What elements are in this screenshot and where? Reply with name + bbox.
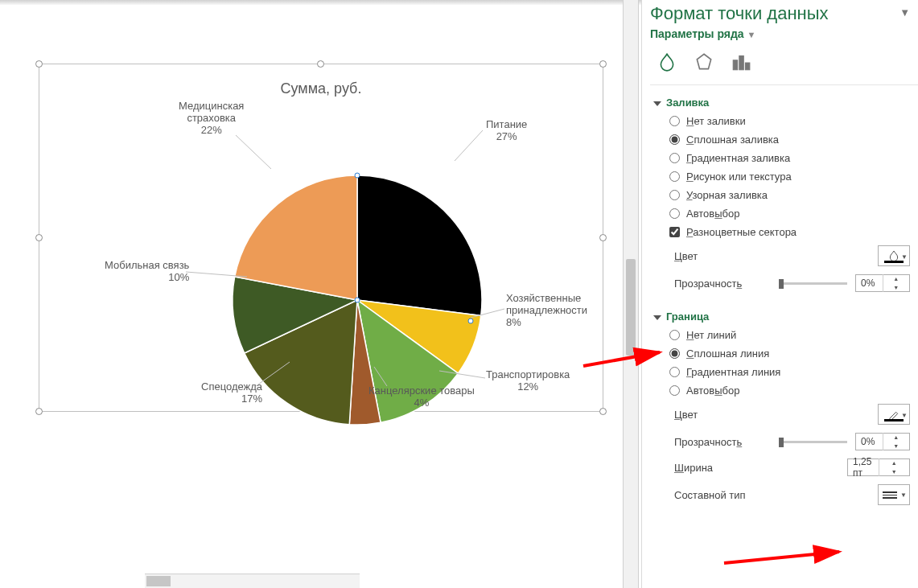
resize-handle-ml[interactable] xyxy=(35,234,43,241)
fill-none[interactable]: Нет заливки xyxy=(650,112,918,130)
border-solid[interactable]: Сплошная линия xyxy=(650,344,918,363)
data-label-mob[interactable]: Мобильная связь10% xyxy=(105,260,189,284)
resize-handle-mr[interactable] xyxy=(599,234,607,241)
border-transparency-row: Прозрачность 0%▲▼ xyxy=(650,429,918,454)
data-label-pit[interactable]: Питание27% xyxy=(486,119,527,143)
data-label-knc[interactable]: Канцелярские товары4% xyxy=(368,385,475,409)
border-none[interactable]: Нет линий xyxy=(650,326,918,344)
svg-rect-2 xyxy=(739,56,743,69)
fill-auto[interactable]: Автовыбор xyxy=(650,204,918,223)
fill-pattern[interactable]: Узорная заливка xyxy=(650,186,918,204)
pane-menu-icon[interactable]: ▼ xyxy=(899,6,910,19)
border-group-header[interactable]: Граница xyxy=(650,307,918,326)
border-color-button[interactable]: ▼ xyxy=(878,404,910,425)
fill-color-row: Цвет ▼ xyxy=(650,241,918,270)
border-width-spinner[interactable]: 1,25 пт▲▼ xyxy=(847,458,910,476)
pane-title: Формат точки данных xyxy=(650,0,918,24)
ruler-edge xyxy=(0,0,641,5)
resize-handle-bl[interactable] xyxy=(35,408,43,415)
fill-color-button[interactable]: ▼ xyxy=(878,245,910,266)
vertical-scrollbar[interactable] xyxy=(623,0,639,588)
worksheet-canvas: Сумма, руб. Питание27% Хозяйственныеприн… xyxy=(0,0,641,588)
border-auto[interactable]: Автовыбор xyxy=(650,381,918,400)
tab-series-options[interactable] xyxy=(731,51,751,75)
data-label-spc[interactable]: Спецодежда17% xyxy=(201,381,262,405)
border-transparency-slider[interactable] xyxy=(779,441,847,443)
fill-picture[interactable]: Рисунок или текстура xyxy=(650,167,918,186)
format-task-pane: Формат точки данных ▼ Параметры ряда▼ За… xyxy=(641,0,918,588)
format-category-tabs xyxy=(650,48,918,85)
selected-point-handle[interactable] xyxy=(468,319,474,324)
data-label-med[interactable]: Медицинскаястраховка22% xyxy=(179,101,244,137)
resize-handle-tr[interactable] xyxy=(599,60,607,68)
selected-point-handle[interactable] xyxy=(355,298,360,303)
svg-marker-0 xyxy=(697,54,710,68)
data-label-trn[interactable]: Транспортировка12% xyxy=(486,369,570,393)
series-options-dropdown[interactable]: Параметры ряда▼ xyxy=(650,26,918,48)
fill-transparency-spinner[interactable]: 0%▲▼ xyxy=(855,274,910,292)
fill-gradient[interactable]: Градиентная заливка xyxy=(650,149,918,167)
selected-point-handle[interactable] xyxy=(355,173,360,179)
border-compound-button[interactable]: ▼ xyxy=(878,484,910,505)
pie-slice[interactable] xyxy=(357,175,482,315)
border-transparency-spinner[interactable]: 0%▲▼ xyxy=(855,433,910,450)
chart-title[interactable]: Сумма, руб. xyxy=(39,80,603,97)
fill-group-header[interactable]: Заливка xyxy=(650,93,918,112)
svg-rect-3 xyxy=(745,63,749,70)
horizontal-scrollbar[interactable] xyxy=(145,574,360,588)
resize-handle-tm[interactable] xyxy=(317,60,324,68)
data-label-hoz[interactable]: Хозяйственныепринадлежности8% xyxy=(506,293,587,329)
resize-handle-tl[interactable] xyxy=(35,60,43,68)
tab-effects[interactable] xyxy=(694,51,714,75)
fill-transparency-row: Прозрачность 0%▲▼ xyxy=(650,270,918,296)
border-compound-row: Составной тип ▼ xyxy=(650,480,918,509)
fill-vary-colors[interactable]: Разноцветные сектора xyxy=(650,223,918,241)
svg-rect-1 xyxy=(733,60,737,70)
border-color-row: Цвет ▼ xyxy=(650,400,918,429)
tab-fill-line[interactable] xyxy=(657,51,677,75)
fill-transparency-slider[interactable] xyxy=(779,282,847,285)
resize-handle-br[interactable] xyxy=(599,408,607,415)
border-width-row: Ширина 1,25 пт▲▼ xyxy=(650,454,918,480)
chart-object[interactable]: Сумма, руб. Питание27% Хозяйственныеприн… xyxy=(39,64,603,412)
fill-solid[interactable]: Сплошная заливка xyxy=(650,130,918,149)
border-gradient[interactable]: Градиентная линия xyxy=(650,363,918,381)
